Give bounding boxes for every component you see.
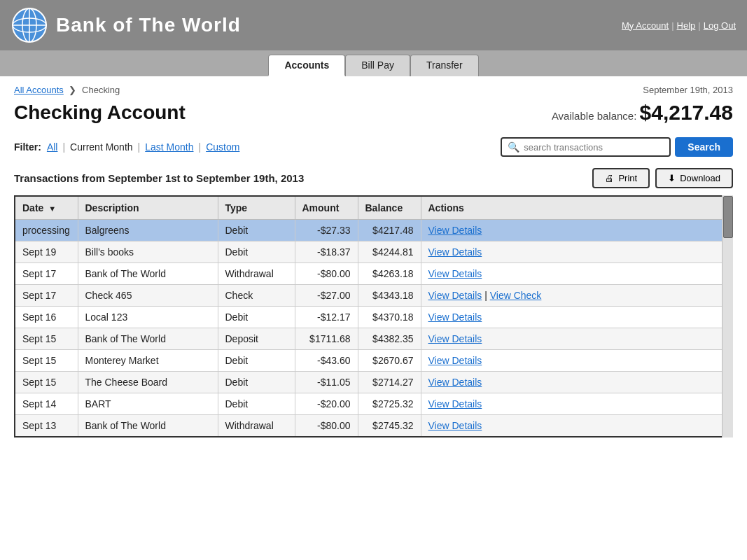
filter-all[interactable]: All — [47, 141, 58, 153]
cell-type: Debit — [218, 241, 295, 263]
download-button[interactable]: ⬇ Download — [655, 168, 733, 188]
account-title: Checking Account — [14, 102, 186, 124]
cell-amount: -$27.00 — [295, 285, 358, 307]
th-type: Type — [218, 196, 295, 220]
table-row: Sept 17Bank of The WorldWithdrawal-$80.0… — [15, 263, 732, 285]
account-title-row: Checking Account Available balance: $4,2… — [14, 101, 733, 125]
tab-transfer[interactable]: Transfer — [410, 55, 479, 76]
sort-arrow-date: ▼ — [48, 204, 56, 213]
cell-amount: -$11.05 — [295, 372, 358, 393]
action-link[interactable]: View Details — [428, 246, 482, 258]
table-row: Sept 15The Cheese BoardDebit-$11.05$2714… — [15, 372, 732, 393]
search-icon: 🔍 — [508, 141, 519, 153]
cell-balance: $4382.35 — [358, 328, 421, 350]
cell-type: Debit — [218, 307, 295, 328]
filter-last-month[interactable]: Last Month — [145, 141, 193, 153]
tab-bill-pay[interactable]: Bill Pay — [345, 55, 410, 76]
cell-balance: $2714.27 — [358, 372, 421, 393]
cell-amount: -$12.17 — [295, 307, 358, 328]
table-header-row: Date ▼ Description Type Amount Balance A… — [15, 196, 732, 220]
filter-links: All | Current Month | Last Month | Custo… — [47, 141, 501, 153]
cell-balance: $4217.48 — [358, 220, 421, 241]
cell-description: BART — [78, 393, 218, 415]
filter-label: Filter: — [14, 141, 41, 153]
balance-area: Available balance: $4,217.48 — [552, 101, 733, 125]
download-icon: ⬇ — [668, 173, 676, 183]
log-out-link[interactable]: Log Out — [704, 20, 736, 31]
action-link[interactable]: View Details — [428, 333, 482, 344]
cell-type: Debit — [218, 393, 295, 415]
cell-date: Sept 17 — [15, 285, 78, 307]
th-date[interactable]: Date ▼ — [15, 196, 78, 220]
search-button[interactable]: Search — [675, 137, 733, 157]
print-icon: 🖨 — [605, 173, 614, 183]
th-description: Description — [78, 196, 218, 220]
cell-actions: View Details | View Check — [421, 285, 732, 307]
table-row: processingBalgreensDebit-$27.33$4217.48V… — [15, 220, 732, 241]
action-buttons: 🖨 Print ⬇ Download — [592, 168, 733, 188]
filter-row: Filter: All | Current Month | Last Month… — [14, 137, 733, 157]
action-link[interactable]: View Check — [490, 290, 542, 301]
transactions-header-row: Transactions from September 1st to Septe… — [14, 168, 733, 188]
table-row: Sept 17Check 465Check-$27.00$4343.18View… — [15, 285, 732, 307]
cell-description: Monterey Market — [78, 350, 218, 372]
transactions-table: Date ▼ Description Type Amount Balance A… — [14, 195, 733, 438]
scrollbar-thumb[interactable] — [723, 196, 733, 238]
print-button[interactable]: 🖨 Print — [592, 168, 650, 188]
cell-description: Local 123 — [78, 307, 218, 328]
balance-amount: $4,217.48 — [640, 101, 733, 124]
scrollbar[interactable] — [722, 195, 733, 438]
cell-balance: $4263.18 — [358, 263, 421, 285]
action-link[interactable]: View Details — [428, 398, 482, 410]
cell-type: Debit — [218, 220, 295, 241]
cell-date: Sept 13 — [15, 415, 78, 438]
cell-amount: -$20.00 — [295, 393, 358, 415]
tab-accounts[interactable]: Accounts — [268, 55, 345, 76]
filter-custom[interactable]: Custom — [206, 141, 239, 153]
table-row: Sept 13Bank of The WorldWithdrawal-$80.0… — [15, 415, 732, 438]
action-link[interactable]: View Details — [428, 225, 482, 236]
table-row: Sept 19Bill's booksDebit-$18.37$4244.81V… — [15, 241, 732, 263]
action-link[interactable]: View Details — [428, 420, 482, 431]
cell-description: Bank of The World — [78, 263, 218, 285]
table-row: Sept 15Monterey MarketDebit-$43.60$2670.… — [15, 350, 732, 372]
cell-date: processing — [15, 220, 78, 241]
cell-actions: View Details — [421, 241, 732, 263]
cell-amount: -$80.00 — [295, 263, 358, 285]
cell-actions: View Details — [421, 415, 732, 438]
cell-actions: View Details — [421, 307, 732, 328]
breadcrumb-current: Checking — [82, 85, 120, 95]
cell-date: Sept 15 — [15, 350, 78, 372]
breadcrumb-row: All Accounts ❯ Checking September 19th, … — [14, 85, 733, 95]
cell-balance: $4343.18 — [358, 285, 421, 307]
th-amount: Amount — [295, 196, 358, 220]
all-accounts-link[interactable]: All Accounts — [14, 85, 64, 95]
search-input[interactable] — [524, 142, 664, 153]
cell-balance: $2725.32 — [358, 393, 421, 415]
cell-description: Balgreens — [78, 220, 218, 241]
cell-date: Sept 14 — [15, 393, 78, 415]
action-link[interactable]: View Details — [428, 312, 482, 323]
transactions-title: Transactions from September 1st to Septe… — [14, 172, 304, 184]
action-link[interactable]: View Details — [428, 268, 482, 279]
cell-amount: -$43.60 — [295, 350, 358, 372]
globe-icon — [11, 7, 48, 43]
cell-actions: View Details — [421, 328, 732, 350]
cell-amount: -$18.37 — [295, 241, 358, 263]
th-balance: Balance — [358, 196, 421, 220]
cell-description: Bank of The World — [78, 415, 218, 438]
help-link[interactable]: Help — [677, 20, 696, 31]
cell-actions: View Details — [421, 263, 732, 285]
action-link[interactable]: View Details — [428, 290, 482, 301]
action-link[interactable]: View Details — [428, 377, 482, 388]
my-account-link[interactable]: My Account — [622, 20, 669, 31]
header-links: My Account | Help | Log Out — [622, 20, 736, 31]
date-display: September 19th, 2013 — [643, 85, 733, 95]
cell-date: Sept 15 — [15, 372, 78, 393]
action-link[interactable]: View Details — [428, 355, 482, 366]
cell-date: Sept 19 — [15, 241, 78, 263]
table-row: Sept 14BARTDebit-$20.00$2725.32View Deta… — [15, 393, 732, 415]
breadcrumb-chevron: ❯ — [69, 85, 79, 95]
filter-current-month[interactable]: Current Month — [70, 141, 132, 153]
header: Bank of The World My Account | Help | Lo… — [0, 0, 747, 50]
